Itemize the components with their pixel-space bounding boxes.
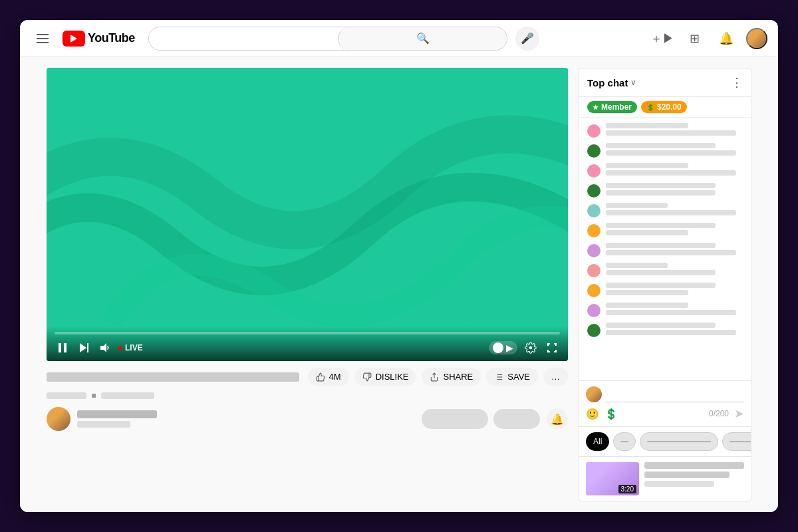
chat-input-row	[586, 386, 744, 402]
header-right: ＋▶ ⊞ 🔔	[650, 27, 767, 51]
search-icon: 🔍	[416, 32, 430, 45]
rec-duration: 3:20	[618, 485, 636, 493]
member-badge[interactable]: ★ Member	[587, 101, 637, 113]
chat-more-button[interactable]: ⋮	[731, 75, 743, 90]
subscribe-button-2[interactable]	[493, 409, 540, 429]
apps-icon: ⊞	[690, 31, 700, 46]
rec-thumbnail: 3:20	[586, 462, 639, 495]
msg-line	[606, 263, 668, 268]
meta-views	[47, 392, 86, 399]
search-input[interactable]	[149, 27, 338, 50]
toggle-label: ▶	[506, 342, 513, 353]
chat-text-input[interactable]	[606, 386, 744, 402]
apps-button[interactable]: ⊞	[682, 27, 706, 51]
char-count: 0/200	[709, 409, 729, 418]
chat-chevron-icon[interactable]: ∨	[630, 78, 636, 87]
subscribe-button[interactable]	[422, 409, 488, 429]
like-count: 4M	[329, 372, 341, 382]
chat-badges: ★ Member 💲 $20.00	[579, 97, 751, 118]
channel-bell-button[interactable]: 🔔	[547, 408, 568, 430]
msg-line	[606, 323, 716, 328]
video-player[interactable]: LIVE ▶	[47, 68, 568, 361]
header: YouTube 🔍 🎤 ＋▶ ⊞ 🔔	[20, 20, 778, 57]
msg-avatar	[587, 184, 600, 198]
channel-row: 🔔	[47, 407, 568, 431]
next-button[interactable]	[76, 340, 92, 356]
menu-button[interactable]	[31, 27, 55, 51]
msg-avatar	[587, 244, 600, 257]
pause-button[interactable]	[55, 340, 70, 356]
channel-subs	[77, 421, 130, 428]
channel-info	[77, 410, 157, 428]
rec-title-2	[644, 471, 730, 478]
search-bar: 🔍	[148, 27, 507, 51]
filter-tab-0[interactable]: All	[586, 432, 609, 451]
msg-lines	[606, 223, 743, 235]
youtube-logo-text: YouTube	[88, 31, 135, 45]
filter-tab-3[interactable]: ———	[722, 432, 751, 451]
member-badge-label: Member	[601, 102, 632, 112]
emoji-button[interactable]: 🙂	[586, 408, 599, 420]
svg-marker-4	[100, 343, 106, 352]
chat-title: Top chat	[587, 77, 628, 88]
like-button[interactable]: 4M	[308, 368, 349, 386]
save-button[interactable]: SAVE	[486, 368, 538, 386]
youtube-logo[interactable]: YouTube	[63, 31, 135, 47]
recommended-video[interactable]: 3:20	[579, 456, 751, 501]
mic-icon: 🎤	[521, 32, 534, 45]
msg-line	[606, 330, 736, 335]
notifications-button[interactable]: 🔔	[714, 27, 738, 51]
msg-lines	[606, 123, 743, 136]
progress-bar[interactable]	[55, 332, 560, 334]
svg-rect-0	[59, 343, 61, 352]
filter-tab-1[interactable]: —	[613, 432, 636, 451]
chat-input-area: 🙂 💲 0/200 ➤	[579, 380, 751, 426]
msg-lines	[606, 163, 743, 176]
share-label: SHARE	[443, 372, 473, 382]
dislike-button[interactable]: DISLIKE	[354, 368, 417, 386]
chat-message	[579, 260, 751, 280]
msg-avatar	[587, 144, 600, 158]
more-button[interactable]: …	[543, 368, 568, 386]
msg-avatar	[587, 264, 600, 277]
chat-header: Top chat ∨ ⋮	[579, 68, 751, 97]
msg-lines	[606, 263, 743, 275]
superchat-button[interactable]: 💲	[604, 408, 618, 420]
chat-title-wrap: Top chat ∨	[587, 77, 636, 88]
search-button[interactable]: 🔍	[338, 27, 507, 50]
meta-date	[101, 392, 154, 399]
chat-message	[579, 120, 751, 140]
main-content: LIVE ▶	[20, 57, 778, 512]
dollar-badge-amount: $20.00	[657, 102, 682, 112]
mic-button[interactable]: 🎤	[515, 27, 539, 51]
msg-lines	[606, 203, 743, 215]
msg-lines	[606, 323, 743, 335]
send-button[interactable]: ➤	[734, 406, 744, 421]
msg-line	[606, 143, 716, 148]
settings-button[interactable]	[523, 340, 539, 356]
emoji-icon: 🙂	[586, 408, 599, 420]
rec-info	[644, 462, 744, 495]
msg-line	[606, 243, 716, 248]
svg-rect-3	[87, 343, 88, 352]
toggle-circle	[493, 342, 503, 353]
video-controls: LIVE ▶	[47, 327, 568, 361]
share-button[interactable]: SHARE	[422, 368, 481, 386]
msg-line	[606, 210, 736, 215]
msg-content	[606, 283, 743, 295]
chat-message	[579, 280, 751, 300]
create-button[interactable]: ＋▶	[650, 27, 674, 51]
msg-content	[606, 263, 743, 275]
dollar-badge[interactable]: 💲 $20.00	[641, 101, 687, 113]
chat-message	[579, 240, 751, 260]
fullscreen-button[interactable]	[544, 340, 560, 356]
subscribe-buttons	[422, 409, 540, 429]
chat-user-avatar	[586, 386, 602, 402]
chat-message	[579, 300, 751, 320]
volume-button[interactable]	[97, 340, 113, 356]
msg-avatar	[587, 284, 600, 297]
user-avatar-button[interactable]	[746, 28, 767, 49]
filter-tab-2[interactable]: ————————	[640, 432, 718, 451]
autoplay-toggle[interactable]: ▶	[489, 341, 517, 354]
msg-content	[606, 303, 743, 315]
